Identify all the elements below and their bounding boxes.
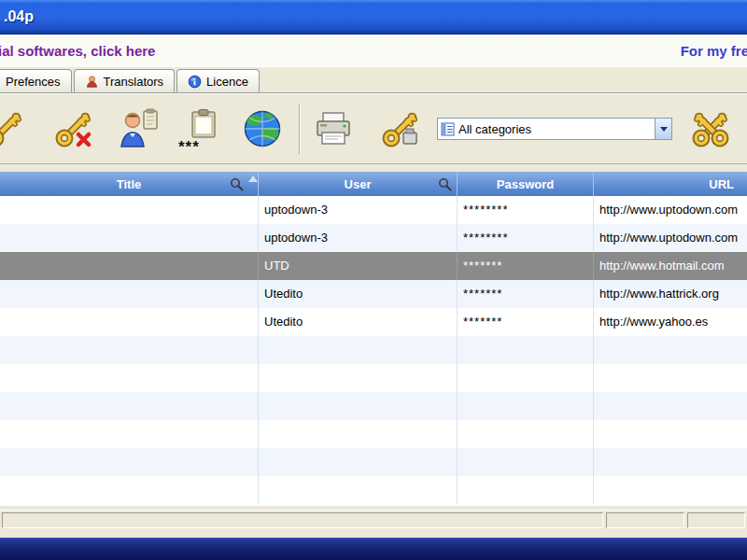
dropdown-arrow-button[interactable] [655,119,671,139]
transfer-keys-button[interactable] [682,100,740,158]
column-url-label: URL [709,177,734,191]
category-dropdown[interactable]: All categories [437,118,672,140]
key-tool-button[interactable] [372,100,430,158]
key-delete-icon [53,108,94,149]
translator-person-icon [85,75,99,89]
window-bottom-edge [0,538,747,560]
category-list-icon [441,122,455,136]
toolbar-gap [0,164,747,172]
cell-title [0,280,259,308]
column-header-url[interactable]: URL [594,172,747,196]
window-title: .04p [0,8,34,25]
open-website-button[interactable] [233,100,291,158]
delete-password-button[interactable] [45,100,103,158]
column-header-title[interactable]: Title [0,172,259,196]
cell-password: ******* [458,280,594,308]
search-icon[interactable] [438,177,452,191]
column-header-password[interactable]: Password [458,172,594,196]
person-clipboard-icon [119,108,160,149]
table-body: uptodown-3 ******** http://www.uptodown.… [0,196,747,506]
password-generator-button[interactable]: *** [174,100,232,158]
tab-translators-label: Translators [104,75,164,89]
cell-user: Utedito [259,308,458,336]
globe-icon [242,108,283,149]
table-row-empty[interactable] [0,392,747,420]
table-row-selected[interactable]: UTD ******* http://www.hotmail.com [0,252,747,280]
table-row-empty[interactable] [0,364,747,392]
banner-right-link[interactable]: For my fre [681,43,747,59]
cell-user: uptodown-3 [259,224,458,252]
password-table: Title User Password URL uptodown-3 *****… [0,172,747,506]
chevron-down-icon [660,127,668,132]
cell-password: ******** [458,224,594,252]
table-row-empty[interactable] [0,420,747,448]
column-user-label: User [345,177,372,191]
table-row[interactable]: Utedito ******* http://www.yahoo.es [0,308,747,336]
status-panel-tertiary [687,512,745,528]
cell-url: http://www.yahoo.es [594,308,747,336]
status-bar [0,510,747,530]
cell-url: http://www.uptodown.com [594,224,747,252]
banner-left-link[interactable]: ial softwares, click here [0,43,155,59]
window-titlebar[interactable]: .04p [0,0,747,35]
sort-ascending-icon [248,175,258,182]
column-header-user[interactable]: User [259,172,458,196]
printer-icon [313,108,354,149]
add-password-button[interactable] [0,100,34,158]
cell-password: ******* [458,308,594,336]
column-title-label: Title [117,177,142,191]
column-password-label: Password [497,177,554,191]
tab-translators[interactable]: Translators [74,69,176,92]
category-dropdown-value: All categories [458,122,655,136]
table-row-empty[interactable] [0,448,747,476]
print-button[interactable] [304,100,362,158]
cell-title [0,252,259,280]
tab-preferences-label: Prefences [6,75,61,89]
cell-title [0,196,259,224]
cell-url: http://www.uptodown.com [594,196,747,224]
status-panel-secondary [606,512,684,528]
cell-user: UTD [259,252,458,280]
tab-preferences[interactable]: Prefences [0,69,72,92]
toolbar-separator [299,104,301,154]
cell-title [0,308,259,336]
tab-licence-label: Licence [206,75,248,89]
table-row-empty[interactable] [0,476,747,504]
cell-user: Utedito [259,280,458,308]
cell-title [0,224,259,252]
user-details-button[interactable] [110,100,168,158]
cell-user: uptodown-3 [259,196,458,224]
table-row[interactable]: Utedito ******* http://www.hattrick.org [0,280,747,308]
licence-info-icon [188,75,202,89]
stars-label: *** [178,138,200,157]
table-row-empty[interactable] [0,336,747,364]
status-bottom-gap [0,530,747,538]
main-toolbar: *** [0,93,747,164]
search-icon[interactable] [230,177,244,191]
cell-url: http://www.hattrick.org [594,280,747,308]
table-header-row: Title User Password URL [0,172,747,196]
status-panel-main [2,512,603,528]
gold-key-icon [0,108,25,149]
tab-licence[interactable]: Licence [176,69,260,92]
cell-url: http://www.hotmail.com [594,252,747,280]
table-row[interactable]: uptodown-3 ******** http://www.uptodown.… [0,224,747,252]
table-row[interactable]: uptodown-3 ******** http://www.uptodown.… [0,196,747,224]
tab-bar: Prefences Translators Licence [0,67,747,93]
key-tool-icon [380,108,421,149]
cell-password: ******* [458,252,594,280]
cell-password: ******** [458,196,594,224]
crossed-keys-icon [688,108,733,149]
banner-strip: ial softwares, click here For my fre [0,35,747,67]
